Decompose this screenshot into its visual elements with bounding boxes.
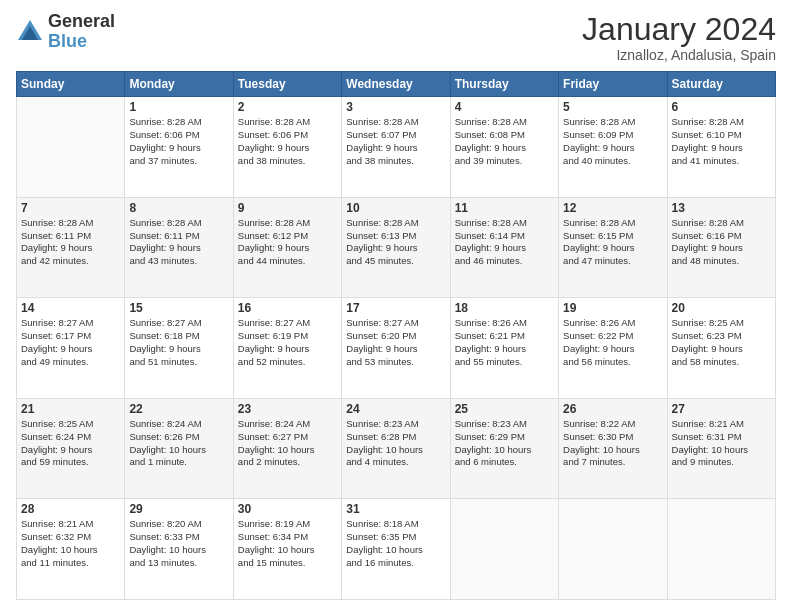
logo-general: General	[48, 12, 115, 32]
page: General Blue January 2024 Iznalloz, Anda…	[0, 0, 792, 612]
calendar-cell: 27Sunrise: 8:21 AM Sunset: 6:31 PM Dayli…	[667, 398, 775, 499]
calendar-cell: 17Sunrise: 8:27 AM Sunset: 6:20 PM Dayli…	[342, 298, 450, 399]
day-number: 24	[346, 402, 445, 416]
calendar-week-1: 1Sunrise: 8:28 AM Sunset: 6:06 PM Daylig…	[17, 97, 776, 198]
day-number: 9	[238, 201, 337, 215]
calendar-cell: 16Sunrise: 8:27 AM Sunset: 6:19 PM Dayli…	[233, 298, 341, 399]
day-info: Sunrise: 8:28 AM Sunset: 6:10 PM Dayligh…	[672, 116, 771, 167]
day-number: 4	[455, 100, 554, 114]
day-number: 7	[21, 201, 120, 215]
calendar-cell: 26Sunrise: 8:22 AM Sunset: 6:30 PM Dayli…	[559, 398, 667, 499]
calendar-week-3: 14Sunrise: 8:27 AM Sunset: 6:17 PM Dayli…	[17, 298, 776, 399]
calendar-cell: 28Sunrise: 8:21 AM Sunset: 6:32 PM Dayli…	[17, 499, 125, 600]
calendar-cell: 7Sunrise: 8:28 AM Sunset: 6:11 PM Daylig…	[17, 197, 125, 298]
calendar-cell	[17, 97, 125, 198]
title-block: January 2024 Iznalloz, Andalusia, Spain	[582, 12, 776, 63]
calendar-cell	[667, 499, 775, 600]
day-number: 1	[129, 100, 228, 114]
col-header-sunday: Sunday	[17, 72, 125, 97]
calendar-cell: 13Sunrise: 8:28 AM Sunset: 6:16 PM Dayli…	[667, 197, 775, 298]
col-header-friday: Friday	[559, 72, 667, 97]
day-number: 8	[129, 201, 228, 215]
calendar-cell: 3Sunrise: 8:28 AM Sunset: 6:07 PM Daylig…	[342, 97, 450, 198]
subtitle: Iznalloz, Andalusia, Spain	[582, 47, 776, 63]
day-number: 11	[455, 201, 554, 215]
day-info: Sunrise: 8:28 AM Sunset: 6:08 PM Dayligh…	[455, 116, 554, 167]
calendar-table: SundayMondayTuesdayWednesdayThursdayFrid…	[16, 71, 776, 600]
day-info: Sunrise: 8:23 AM Sunset: 6:28 PM Dayligh…	[346, 418, 445, 469]
day-info: Sunrise: 8:28 AM Sunset: 6:07 PM Dayligh…	[346, 116, 445, 167]
day-info: Sunrise: 8:28 AM Sunset: 6:15 PM Dayligh…	[563, 217, 662, 268]
day-info: Sunrise: 8:25 AM Sunset: 6:24 PM Dayligh…	[21, 418, 120, 469]
calendar-cell	[450, 499, 558, 600]
day-number: 5	[563, 100, 662, 114]
day-info: Sunrise: 8:22 AM Sunset: 6:30 PM Dayligh…	[563, 418, 662, 469]
calendar-body: 1Sunrise: 8:28 AM Sunset: 6:06 PM Daylig…	[17, 97, 776, 600]
day-number: 17	[346, 301, 445, 315]
day-number: 25	[455, 402, 554, 416]
day-info: Sunrise: 8:28 AM Sunset: 6:09 PM Dayligh…	[563, 116, 662, 167]
header-row: SundayMondayTuesdayWednesdayThursdayFrid…	[17, 72, 776, 97]
logo-icon	[16, 18, 44, 46]
day-info: Sunrise: 8:18 AM Sunset: 6:35 PM Dayligh…	[346, 518, 445, 569]
calendar-header: SundayMondayTuesdayWednesdayThursdayFrid…	[17, 72, 776, 97]
day-info: Sunrise: 8:28 AM Sunset: 6:06 PM Dayligh…	[129, 116, 228, 167]
day-info: Sunrise: 8:24 AM Sunset: 6:27 PM Dayligh…	[238, 418, 337, 469]
day-info: Sunrise: 8:27 AM Sunset: 6:19 PM Dayligh…	[238, 317, 337, 368]
calendar-cell: 10Sunrise: 8:28 AM Sunset: 6:13 PM Dayli…	[342, 197, 450, 298]
day-info: Sunrise: 8:28 AM Sunset: 6:14 PM Dayligh…	[455, 217, 554, 268]
calendar-cell: 14Sunrise: 8:27 AM Sunset: 6:17 PM Dayli…	[17, 298, 125, 399]
day-info: Sunrise: 8:21 AM Sunset: 6:32 PM Dayligh…	[21, 518, 120, 569]
day-number: 18	[455, 301, 554, 315]
calendar-cell: 20Sunrise: 8:25 AM Sunset: 6:23 PM Dayli…	[667, 298, 775, 399]
calendar-week-5: 28Sunrise: 8:21 AM Sunset: 6:32 PM Dayli…	[17, 499, 776, 600]
day-info: Sunrise: 8:26 AM Sunset: 6:21 PM Dayligh…	[455, 317, 554, 368]
day-info: Sunrise: 8:25 AM Sunset: 6:23 PM Dayligh…	[672, 317, 771, 368]
calendar-cell: 12Sunrise: 8:28 AM Sunset: 6:15 PM Dayli…	[559, 197, 667, 298]
calendar-cell: 2Sunrise: 8:28 AM Sunset: 6:06 PM Daylig…	[233, 97, 341, 198]
col-header-tuesday: Tuesday	[233, 72, 341, 97]
day-info: Sunrise: 8:27 AM Sunset: 6:18 PM Dayligh…	[129, 317, 228, 368]
day-number: 26	[563, 402, 662, 416]
day-info: Sunrise: 8:28 AM Sunset: 6:11 PM Dayligh…	[129, 217, 228, 268]
col-header-wednesday: Wednesday	[342, 72, 450, 97]
calendar-cell	[559, 499, 667, 600]
day-info: Sunrise: 8:23 AM Sunset: 6:29 PM Dayligh…	[455, 418, 554, 469]
calendar-cell: 21Sunrise: 8:25 AM Sunset: 6:24 PM Dayli…	[17, 398, 125, 499]
calendar-week-4: 21Sunrise: 8:25 AM Sunset: 6:24 PM Dayli…	[17, 398, 776, 499]
day-info: Sunrise: 8:27 AM Sunset: 6:20 PM Dayligh…	[346, 317, 445, 368]
day-number: 12	[563, 201, 662, 215]
day-info: Sunrise: 8:19 AM Sunset: 6:34 PM Dayligh…	[238, 518, 337, 569]
logo: General Blue	[16, 12, 115, 52]
day-info: Sunrise: 8:21 AM Sunset: 6:31 PM Dayligh…	[672, 418, 771, 469]
day-info: Sunrise: 8:28 AM Sunset: 6:13 PM Dayligh…	[346, 217, 445, 268]
day-number: 19	[563, 301, 662, 315]
day-number: 31	[346, 502, 445, 516]
day-number: 29	[129, 502, 228, 516]
main-title: January 2024	[582, 12, 776, 47]
calendar-cell: 31Sunrise: 8:18 AM Sunset: 6:35 PM Dayli…	[342, 499, 450, 600]
day-info: Sunrise: 8:26 AM Sunset: 6:22 PM Dayligh…	[563, 317, 662, 368]
calendar-cell: 5Sunrise: 8:28 AM Sunset: 6:09 PM Daylig…	[559, 97, 667, 198]
day-info: Sunrise: 8:28 AM Sunset: 6:12 PM Dayligh…	[238, 217, 337, 268]
logo-text: General Blue	[48, 12, 115, 52]
logo-blue: Blue	[48, 32, 115, 52]
col-header-saturday: Saturday	[667, 72, 775, 97]
day-number: 6	[672, 100, 771, 114]
calendar-cell: 25Sunrise: 8:23 AM Sunset: 6:29 PM Dayli…	[450, 398, 558, 499]
day-info: Sunrise: 8:28 AM Sunset: 6:16 PM Dayligh…	[672, 217, 771, 268]
day-number: 20	[672, 301, 771, 315]
calendar-cell: 30Sunrise: 8:19 AM Sunset: 6:34 PM Dayli…	[233, 499, 341, 600]
calendar-cell: 19Sunrise: 8:26 AM Sunset: 6:22 PM Dayli…	[559, 298, 667, 399]
calendar-cell: 9Sunrise: 8:28 AM Sunset: 6:12 PM Daylig…	[233, 197, 341, 298]
calendar-cell: 8Sunrise: 8:28 AM Sunset: 6:11 PM Daylig…	[125, 197, 233, 298]
day-number: 27	[672, 402, 771, 416]
day-number: 15	[129, 301, 228, 315]
day-number: 16	[238, 301, 337, 315]
day-number: 13	[672, 201, 771, 215]
col-header-monday: Monday	[125, 72, 233, 97]
day-number: 21	[21, 402, 120, 416]
calendar-cell: 4Sunrise: 8:28 AM Sunset: 6:08 PM Daylig…	[450, 97, 558, 198]
calendar-cell: 22Sunrise: 8:24 AM Sunset: 6:26 PM Dayli…	[125, 398, 233, 499]
day-number: 30	[238, 502, 337, 516]
